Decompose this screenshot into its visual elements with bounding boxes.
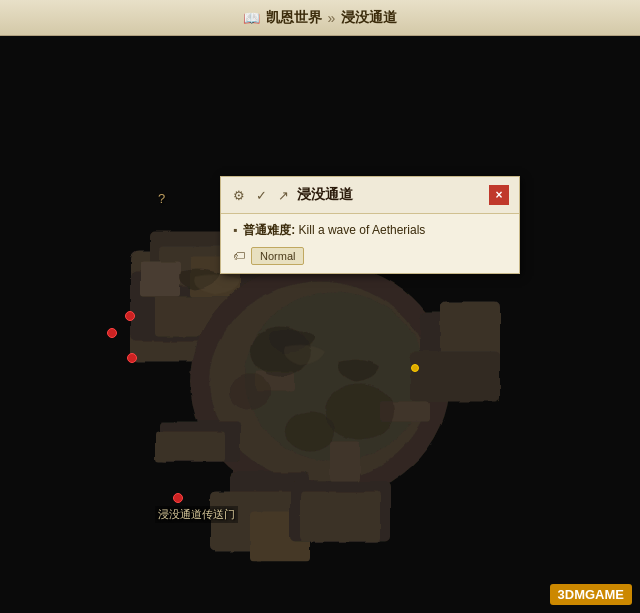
watermark-game: GAME [585,587,624,602]
watermark: 3DMGAME [550,584,632,605]
marker-red-1[interactable] [125,311,135,321]
check-icon[interactable]: ✓ [253,187,269,203]
map-question-mark: ? [158,191,165,206]
svg-point-29 [230,373,270,409]
svg-rect-19 [300,491,380,541]
svg-rect-4 [140,261,180,296]
popup-body: ▪ 普通难度: Kill a wave of Aetherials 🏷 Norm… [221,214,519,273]
export-icon[interactable]: ↗ [275,187,291,203]
svg-point-28 [285,411,335,451]
popup-header: ⚙ ✓ ↗ 浸没通道 × [221,177,519,214]
svg-point-27 [325,383,395,439]
map-area: 浸没通道 浸没通道传送门 ? ⚙ ✓ ↗ 浸没通道 × ▪ 普通难度: Kill… [0,36,640,613]
zone-name: 浸没通道 [341,9,397,27]
marker-yellow-2[interactable] [411,364,419,372]
book-icon: 📖 [243,10,260,26]
popup-objective: ▪ 普通难度: Kill a wave of Aetherials [233,222,507,239]
tag-container: 🏷 Normal [233,247,507,265]
marker-red-2[interactable] [107,328,117,338]
map-label-portal: 浸没通道传送门 [155,506,238,523]
tag-icon: 🏷 [233,249,245,263]
objective-label: 普通难度: Kill a wave of Aetherials [243,222,425,239]
normal-tag[interactable]: Normal [251,247,304,265]
marker-red-portal[interactable] [173,493,183,503]
link-icon[interactable]: ⚙ [231,187,247,203]
svg-rect-14 [410,351,500,401]
difficulty-label: 普通难度: [243,223,298,237]
watermark-3dm: 3DM [558,587,585,602]
world-name: 凯恩世界 [266,9,322,27]
title-bar: 📖 凯恩世界 » 浸没通道 [0,0,640,36]
svg-rect-21 [155,431,225,461]
popup-close-button[interactable]: × [489,185,509,205]
popup-card: ⚙ ✓ ↗ 浸没通道 × ▪ 普通难度: Kill a wave of Aeth… [220,176,520,274]
objective-bullet: ▪ [233,223,237,237]
watermark-badge: 3DMGAME [550,584,632,605]
marker-red-3[interactable] [127,353,137,363]
svg-rect-25 [330,441,360,481]
objective-text: Kill a wave of Aetherials [299,223,426,237]
breadcrumb-separator: » [328,10,336,26]
popup-title: 浸没通道 [297,186,483,204]
